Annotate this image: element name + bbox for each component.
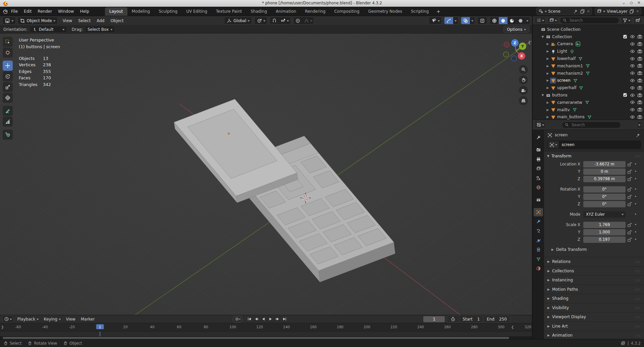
properties-search-input[interactable]	[571, 122, 618, 128]
expand-icon[interactable]: ▶	[545, 86, 550, 89]
workspace-tab-layout[interactable]: Layout	[105, 7, 127, 16]
expand-icon[interactable]: ▶	[545, 79, 550, 82]
properties-tab-object-data[interactable]	[534, 255, 543, 263]
menu-render[interactable]: Render	[35, 7, 55, 16]
menu-edit[interactable]: Edit	[21, 7, 35, 16]
lock-icon[interactable]	[627, 162, 632, 167]
disable-render-toggle[interactable]	[637, 49, 642, 54]
lock-icon[interactable]	[627, 169, 632, 174]
select-box-tool-button[interactable]	[3, 37, 13, 47]
panel-drag-dots[interactable]: ::::	[635, 324, 641, 328]
workspace-tab-modeling[interactable]: Modeling	[127, 7, 155, 16]
panel-viewport-display[interactable]: ▶Viewport Display::::	[544, 312, 644, 322]
workspace-tab-uv-editing[interactable]: UV Editing	[182, 7, 212, 16]
collapse-icon[interactable]: ▼	[540, 35, 545, 39]
pivot-point-dropdown[interactable]: ▾	[254, 17, 268, 24]
animate-dot[interactable]: •	[633, 187, 638, 192]
pin-id-icon[interactable]	[636, 133, 641, 138]
shading-wireframe-button[interactable]	[490, 17, 499, 24]
outliner-display-mode-dropdown[interactable]: ▾	[535, 17, 546, 24]
disable-render-toggle[interactable]	[637, 71, 642, 76]
panel-line-art[interactable]: ▶Line Art::::	[544, 322, 644, 331]
disable-render-toggle[interactable]	[637, 63, 642, 68]
animate-dot[interactable]: •	[633, 194, 638, 199]
disable-render-toggle[interactable]	[637, 85, 642, 90]
lock-icon[interactable]	[627, 177, 632, 182]
pin-icon[interactable]	[573, 9, 578, 14]
pan-button[interactable]	[519, 75, 528, 84]
view-layer-selector[interactable]: ▾ ViewLayer ✕	[595, 7, 641, 15]
properties-tab-physics[interactable]	[534, 236, 543, 245]
properties-tab-world[interactable]	[534, 183, 543, 192]
hide-eye-toggle[interactable]	[630, 100, 635, 105]
hide-eye-toggle[interactable]	[630, 49, 635, 54]
properties-search[interactable]	[562, 122, 621, 128]
workspace-tab-compositing[interactable]: Compositing	[330, 7, 364, 16]
disable-render-toggle[interactable]	[637, 115, 642, 120]
selectability-dropdown[interactable]: ▾	[429, 17, 442, 24]
hide-eye-toggle[interactable]	[630, 93, 635, 98]
window-maximize-button[interactable]: ◇	[630, 0, 633, 5]
frame-end-field[interactable]: End 250	[483, 316, 510, 322]
drag-setting-dropdown[interactable]: Select Box ▾	[85, 26, 115, 33]
auto-keying-toggle[interactable]: ▾	[233, 316, 242, 323]
timeline-track-area[interactable]	[0, 332, 532, 336]
disable-render-toggle[interactable]	[637, 56, 642, 61]
menu-window[interactable]: Window	[55, 7, 77, 16]
collection-checkbox[interactable]	[623, 34, 628, 39]
use-preview-range-toggle[interactable]	[447, 316, 459, 322]
outliner-row-camera[interactable]: ▶Camera	[533, 41, 644, 48]
scene-canvas[interactable]	[0, 33, 532, 315]
properties-options-dropdown[interactable]: ▾	[637, 121, 642, 128]
timeline-menu-view[interactable]: View	[63, 317, 78, 322]
scene-selector[interactable]: ▾ Scene ✕	[536, 7, 592, 15]
outliner-row-mechanism2[interactable]: ▶mechanism2	[533, 70, 644, 77]
snap-toggle[interactable]	[270, 17, 279, 24]
disable-render-toggle[interactable]	[637, 78, 642, 83]
outliner-search[interactable]	[560, 17, 619, 24]
outliner-row-upperhalf[interactable]: ▶upperhalf	[533, 84, 644, 91]
phone-model[interactable]	[174, 99, 395, 282]
mode-dropdown[interactable]: Object Mode▾	[17, 17, 58, 24]
current-frame-indicator[interactable]: 1	[96, 324, 104, 329]
hide-eye-toggle[interactable]	[630, 107, 635, 112]
gizmo-dropdown[interactable]: ▾	[453, 17, 458, 24]
lock-icon[interactable]	[627, 230, 632, 235]
hide-eye-toggle[interactable]	[630, 34, 635, 39]
hide-eye-toggle[interactable]	[630, 78, 635, 83]
disable-render-toggle[interactable]	[637, 100, 642, 105]
lock-icon[interactable]	[627, 202, 632, 207]
panel-motion-paths[interactable]: ▶Motion Paths::::	[544, 285, 644, 294]
expand-icon[interactable]: ▶	[545, 50, 550, 53]
scale-tool-button[interactable]	[3, 82, 13, 92]
disable-render-toggle[interactable]	[637, 42, 642, 47]
shading-dropdown[interactable]: ▾	[525, 17, 530, 24]
perspective-toggle-button[interactable]	[519, 96, 528, 105]
scrollbar-thumb[interactable]	[3, 337, 509, 339]
panel-collections[interactable]: ▶Collections::::	[544, 266, 644, 276]
lock-icon[interactable]	[627, 237, 632, 242]
hide-eye-toggle[interactable]	[630, 71, 635, 76]
transform-panel-header[interactable]: ▼ Transform ::::	[544, 152, 644, 160]
options-button[interactable]: Options▾	[503, 26, 529, 33]
panel-shading[interactable]: ▶Shading::::	[544, 294, 644, 303]
navigation-gizmo[interactable]: Z Y X	[498, 36, 532, 66]
rotation-mode-dropdown[interactable]: XYZ Euler▾	[583, 211, 626, 218]
panel-drag-dots[interactable]: ::::	[635, 154, 641, 158]
properties-tab-particles[interactable]	[534, 227, 543, 235]
transform-value-field[interactable]: 0.197	[583, 236, 626, 243]
timeline-menu-marker[interactable]: Marker	[78, 317, 97, 322]
panel-drag-dots[interactable]: ::::	[635, 306, 641, 309]
outliner-filter-dropdown[interactable]: ▾	[547, 17, 558, 24]
workspace-tab-animation[interactable]: Animation	[271, 7, 301, 16]
animate-dot[interactable]: •	[633, 202, 638, 206]
animate-dot[interactable]: •	[633, 222, 638, 227]
outliner-row-screen[interactable]: ▶screen	[533, 77, 644, 84]
properties-tab-collection[interactable]	[534, 196, 543, 204]
object-name-value[interactable]: screen	[559, 142, 577, 147]
timeline-menu-keying[interactable]: Keying▾	[41, 317, 63, 322]
timeline-editor-type-button[interactable]: ▾	[2, 316, 13, 323]
lock-icon[interactable]	[627, 222, 632, 227]
editor-type-button[interactable]: ▾	[2, 17, 16, 24]
workspace-tab-scripting[interactable]: Scripting	[407, 7, 433, 16]
